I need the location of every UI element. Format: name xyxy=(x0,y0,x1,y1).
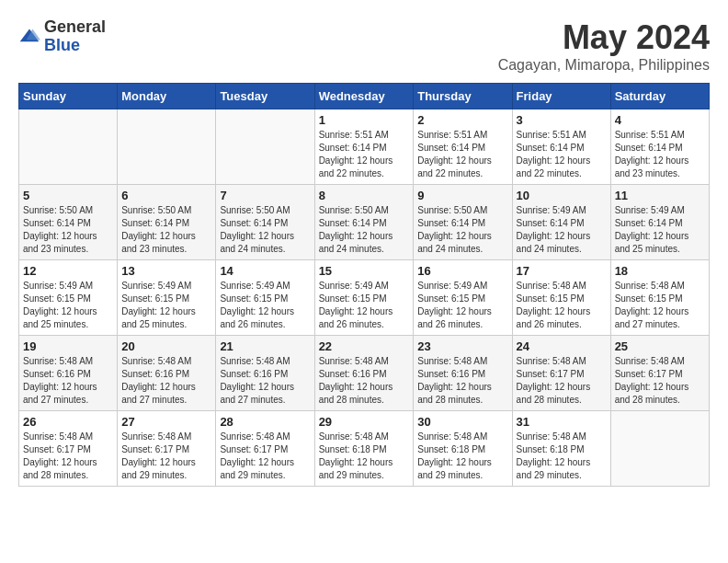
day-info: Sunrise: 5:49 AM Sunset: 6:14 PM Dayligh… xyxy=(615,204,705,256)
day-number: 8 xyxy=(319,189,410,202)
day-info: Sunrise: 5:48 AM Sunset: 6:17 PM Dayligh… xyxy=(121,431,211,482)
day-number: 25 xyxy=(615,339,705,353)
day-info: Sunrise: 5:49 AM Sunset: 6:15 PM Dayligh… xyxy=(121,280,211,331)
day-of-week-header: Monday xyxy=(118,84,216,109)
day-info: Sunrise: 5:48 AM Sunset: 6:16 PM Dayligh… xyxy=(220,355,310,407)
calendar-cell: 15Sunrise: 5:49 AM Sunset: 6:15 PM Dayli… xyxy=(314,260,414,336)
day-number: 3 xyxy=(517,113,607,127)
day-of-week-header: Friday xyxy=(512,84,610,109)
logo-icon xyxy=(18,26,40,48)
day-of-week-header: Sunday xyxy=(19,84,118,109)
calendar-cell: 18Sunrise: 5:48 AM Sunset: 6:15 PM Dayli… xyxy=(610,260,709,336)
logo-general-text: General xyxy=(44,18,106,37)
day-number: 6 xyxy=(121,189,211,202)
calendar-cell xyxy=(118,109,216,185)
day-info: Sunrise: 5:49 AM Sunset: 6:14 PM Dayligh… xyxy=(517,204,607,256)
day-of-week-header: Saturday xyxy=(610,84,709,109)
day-info: Sunrise: 5:50 AM Sunset: 6:14 PM Dayligh… xyxy=(121,204,211,256)
day-info: Sunrise: 5:51 AM Sunset: 6:14 PM Dayligh… xyxy=(517,129,607,180)
calendar-cell: 26Sunrise: 5:48 AM Sunset: 6:17 PM Dayli… xyxy=(19,411,118,487)
day-info: Sunrise: 5:48 AM Sunset: 6:18 PM Dayligh… xyxy=(417,431,507,482)
day-info: Sunrise: 5:50 AM Sunset: 6:14 PM Dayligh… xyxy=(319,204,410,256)
day-info: Sunrise: 5:49 AM Sunset: 6:15 PM Dayligh… xyxy=(319,280,410,331)
day-number: 9 xyxy=(417,189,507,202)
day-info: Sunrise: 5:49 AM Sunset: 6:15 PM Dayligh… xyxy=(220,280,310,331)
day-info: Sunrise: 5:50 AM Sunset: 6:14 PM Dayligh… xyxy=(23,204,113,256)
day-number: 11 xyxy=(615,189,705,202)
day-info: Sunrise: 5:51 AM Sunset: 6:14 PM Dayligh… xyxy=(417,129,507,180)
day-number: 19 xyxy=(23,339,113,353)
calendar-cell: 25Sunrise: 5:48 AM Sunset: 6:17 PM Dayli… xyxy=(610,336,709,411)
calendar-table: SundayMondayTuesdayWednesdayThursdayFrid… xyxy=(18,83,710,487)
calendar-cell: 11Sunrise: 5:49 AM Sunset: 6:14 PM Dayli… xyxy=(610,185,709,260)
calendar-header-row: SundayMondayTuesdayWednesdayThursdayFrid… xyxy=(19,84,710,109)
title-block: May 2024 Cagayan, Mimaropa, Philippines xyxy=(498,18,710,74)
day-of-week-header: Tuesday xyxy=(216,84,314,109)
calendar-cell: 20Sunrise: 5:48 AM Sunset: 6:16 PM Dayli… xyxy=(118,336,216,411)
calendar-cell: 13Sunrise: 5:49 AM Sunset: 6:15 PM Dayli… xyxy=(118,260,216,336)
logo-text: General Blue xyxy=(44,18,106,55)
day-number: 23 xyxy=(417,339,507,353)
day-number: 27 xyxy=(121,415,211,429)
calendar-week-row: 19Sunrise: 5:48 AM Sunset: 6:16 PM Dayli… xyxy=(19,336,710,411)
day-number: 31 xyxy=(517,415,607,429)
calendar-cell: 21Sunrise: 5:48 AM Sunset: 6:16 PM Dayli… xyxy=(216,336,314,411)
day-number: 22 xyxy=(319,339,410,353)
calendar-week-row: 1Sunrise: 5:51 AM Sunset: 6:14 PM Daylig… xyxy=(19,109,710,185)
calendar-cell xyxy=(19,109,118,185)
page-header: General Blue May 2024 Cagayan, Mimaropa,… xyxy=(18,18,710,74)
day-info: Sunrise: 5:48 AM Sunset: 6:16 PM Dayligh… xyxy=(23,355,113,407)
calendar-cell: 9Sunrise: 5:50 AM Sunset: 6:14 PM Daylig… xyxy=(414,185,512,260)
calendar-cell: 12Sunrise: 5:49 AM Sunset: 6:15 PM Dayli… xyxy=(19,260,118,336)
day-info: Sunrise: 5:48 AM Sunset: 6:15 PM Dayligh… xyxy=(615,280,705,331)
calendar-week-row: 12Sunrise: 5:49 AM Sunset: 6:15 PM Dayli… xyxy=(19,260,710,336)
calendar-week-row: 26Sunrise: 5:48 AM Sunset: 6:17 PM Dayli… xyxy=(19,411,710,487)
day-of-week-header: Thursday xyxy=(414,84,512,109)
day-number: 30 xyxy=(417,415,507,429)
calendar-cell: 3Sunrise: 5:51 AM Sunset: 6:14 PM Daylig… xyxy=(512,109,610,185)
day-number: 7 xyxy=(220,189,310,202)
day-number: 21 xyxy=(220,339,310,353)
calendar-cell xyxy=(610,411,709,487)
day-number: 10 xyxy=(517,189,607,202)
day-info: Sunrise: 5:48 AM Sunset: 6:15 PM Dayligh… xyxy=(517,280,607,331)
day-info: Sunrise: 5:50 AM Sunset: 6:14 PM Dayligh… xyxy=(220,204,310,256)
day-info: Sunrise: 5:48 AM Sunset: 6:17 PM Dayligh… xyxy=(615,355,705,407)
calendar-cell: 22Sunrise: 5:48 AM Sunset: 6:16 PM Dayli… xyxy=(314,336,414,411)
day-info: Sunrise: 5:48 AM Sunset: 6:16 PM Dayligh… xyxy=(121,355,211,407)
day-number: 2 xyxy=(417,113,507,127)
day-number: 14 xyxy=(220,264,310,278)
day-info: Sunrise: 5:48 AM Sunset: 6:18 PM Dayligh… xyxy=(319,431,410,482)
day-info: Sunrise: 5:49 AM Sunset: 6:15 PM Dayligh… xyxy=(23,280,113,331)
day-number: 26 xyxy=(23,415,113,429)
calendar-cell: 17Sunrise: 5:48 AM Sunset: 6:15 PM Dayli… xyxy=(512,260,610,336)
day-info: Sunrise: 5:48 AM Sunset: 6:18 PM Dayligh… xyxy=(517,431,607,482)
day-info: Sunrise: 5:51 AM Sunset: 6:14 PM Dayligh… xyxy=(319,129,410,180)
calendar-cell: 16Sunrise: 5:49 AM Sunset: 6:15 PM Dayli… xyxy=(414,260,512,336)
calendar-cell: 2Sunrise: 5:51 AM Sunset: 6:14 PM Daylig… xyxy=(414,109,512,185)
calendar-cell: 4Sunrise: 5:51 AM Sunset: 6:14 PM Daylig… xyxy=(610,109,709,185)
day-number: 12 xyxy=(23,264,113,278)
day-info: Sunrise: 5:48 AM Sunset: 6:16 PM Dayligh… xyxy=(319,355,410,407)
day-number: 29 xyxy=(319,415,410,429)
day-info: Sunrise: 5:48 AM Sunset: 6:17 PM Dayligh… xyxy=(517,355,607,407)
day-info: Sunrise: 5:48 AM Sunset: 6:17 PM Dayligh… xyxy=(23,431,113,482)
month-title: May 2024 xyxy=(498,18,710,57)
day-number: 1 xyxy=(319,113,410,127)
day-of-week-header: Wednesday xyxy=(314,84,414,109)
calendar-cell: 23Sunrise: 5:48 AM Sunset: 6:16 PM Dayli… xyxy=(414,336,512,411)
day-info: Sunrise: 5:50 AM Sunset: 6:14 PM Dayligh… xyxy=(417,204,507,256)
calendar-cell: 30Sunrise: 5:48 AM Sunset: 6:18 PM Dayli… xyxy=(414,411,512,487)
calendar-cell: 7Sunrise: 5:50 AM Sunset: 6:14 PM Daylig… xyxy=(216,185,314,260)
calendar-cell: 14Sunrise: 5:49 AM Sunset: 6:15 PM Dayli… xyxy=(216,260,314,336)
calendar-cell: 8Sunrise: 5:50 AM Sunset: 6:14 PM Daylig… xyxy=(314,185,414,260)
calendar-cell: 1Sunrise: 5:51 AM Sunset: 6:14 PM Daylig… xyxy=(314,109,414,185)
calendar-cell: 29Sunrise: 5:48 AM Sunset: 6:18 PM Dayli… xyxy=(314,411,414,487)
calendar-cell: 27Sunrise: 5:48 AM Sunset: 6:17 PM Dayli… xyxy=(118,411,216,487)
calendar-cell xyxy=(216,109,314,185)
day-number: 15 xyxy=(319,264,410,278)
day-number: 28 xyxy=(220,415,310,429)
calendar-cell: 19Sunrise: 5:48 AM Sunset: 6:16 PM Dayli… xyxy=(19,336,118,411)
day-number: 4 xyxy=(615,113,705,127)
day-info: Sunrise: 5:51 AM Sunset: 6:14 PM Dayligh… xyxy=(615,129,705,180)
